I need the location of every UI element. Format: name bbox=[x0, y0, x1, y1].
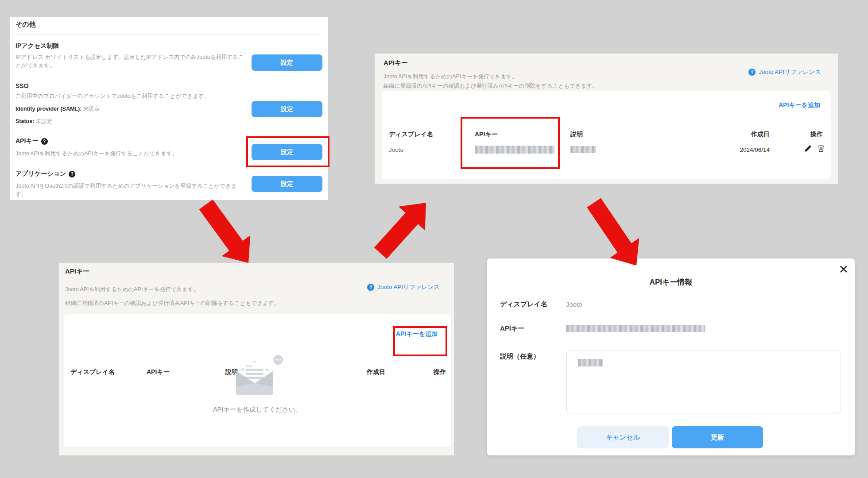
display-name-value: Jooto bbox=[566, 301, 582, 308]
section-desc-ip-restriction: IPアドレス ホワイトリストを設定します。設定したIPアドレス内でのみJooto… bbox=[16, 53, 246, 70]
api-panel-title: APIキー bbox=[384, 59, 408, 67]
question-icon: ? bbox=[367, 284, 374, 291]
description-textarea[interactable] bbox=[566, 351, 841, 413]
divider bbox=[16, 35, 322, 35]
col-header-created: 作成日 bbox=[730, 131, 770, 139]
arrow-up-right bbox=[374, 203, 426, 259]
description-label: 説明（任意） bbox=[500, 352, 540, 361]
section-title-ip-restriction: IPアクセス制限 bbox=[16, 42, 59, 50]
highlight-box-api-key-column bbox=[461, 117, 560, 169]
question-icon: ? bbox=[748, 69, 756, 76]
api-panel-title: APIキー bbox=[65, 267, 89, 276]
sso-status-label: Status: bbox=[16, 118, 34, 124]
api-panel-desc-2: 組織に登録済のAPIキーの確認および発行済みAPIキーの削除をすることもできます… bbox=[384, 81, 598, 90]
api-reference-link-label: Jooto APIリファレンス bbox=[759, 68, 821, 76]
col-header-actions: 操作 bbox=[434, 368, 446, 376]
api-key-info-modal: ✕ APIキー情報 ディスプレイ名 Jooto APIキー 説明（任意） キャン… bbox=[487, 258, 855, 455]
section-desc-application: Jooto APIをOauth2.0の認証で利用するためのアプリケーションを登録… bbox=[16, 182, 246, 199]
sso-status-line: Status: 未設定 bbox=[16, 118, 52, 125]
section-title-application: アプリケーション ? bbox=[16, 170, 75, 178]
row-description-blurred bbox=[570, 146, 596, 153]
api-reference-link-label: Jooto APIリファレンス bbox=[377, 283, 440, 291]
api-panel-desc-1: Jooto APIを利用するためのAPIキーを発行できます。 bbox=[65, 285, 199, 294]
highlight-box-api-key-settings bbox=[246, 136, 329, 167]
application-settings-button[interactable]: 設定 bbox=[252, 176, 322, 192]
help-icon[interactable]: ? bbox=[41, 138, 48, 145]
col-header-display-name: ディスプレイ名 bbox=[70, 368, 115, 376]
empty-state-message: APIキーを作成してください。 bbox=[64, 405, 451, 414]
sso-settings-button[interactable]: 設定 bbox=[252, 101, 322, 117]
col-header-actions: 操作 bbox=[810, 131, 823, 139]
col-header-api-key: APIキー bbox=[147, 368, 170, 376]
close-icon[interactable]: ✕ bbox=[838, 264, 849, 276]
empty-envelope-illustration bbox=[232, 355, 286, 399]
col-header-created: 作成日 bbox=[350, 368, 385, 376]
section-title-sso: SSO bbox=[16, 82, 29, 89]
panel-title: その他 bbox=[16, 20, 36, 29]
api-key-panel-filled: APIキー Jooto APIを利用するためのAPIキーを発行できます。 組織に… bbox=[375, 54, 838, 184]
application-section-label: アプリケーション bbox=[16, 170, 66, 178]
description-value-blurred bbox=[578, 359, 603, 366]
col-header-display-name: ディスプレイ名 bbox=[389, 131, 433, 139]
ip-restriction-settings-button[interactable]: 設定 bbox=[252, 54, 322, 71]
col-header-description: 説明 bbox=[570, 131, 583, 139]
api-key-table-card: APIキーを追加 ディスプレイ名 APIキー 説明 作成日 操作 bbox=[64, 314, 451, 447]
sso-status-value: 未設定 bbox=[36, 118, 53, 124]
cancel-button[interactable]: キャンセル bbox=[577, 426, 669, 448]
sso-idp-label: Identity provider (SAML): bbox=[16, 106, 81, 112]
add-api-key-link[interactable]: APIキーを追加 bbox=[779, 101, 820, 109]
api-key-section-label: APIキー bbox=[16, 137, 39, 145]
row-created-date: 2024/06/14 bbox=[730, 146, 770, 153]
arrow-down-right-2 bbox=[587, 198, 639, 266]
api-key-table-card: APIキーを追加 ディスプレイ名 APIキー 説明 作成日 操作 Jooto 2… bbox=[382, 91, 831, 179]
api-key-value-blurred bbox=[566, 325, 705, 332]
api-reference-link[interactable]: ? Jooto APIリファレンス bbox=[748, 68, 821, 76]
section-desc-api-key: Jooto APIを利用するためのAPIキーを発行することができます。 bbox=[16, 150, 246, 158]
delete-trash-icon[interactable] bbox=[818, 144, 825, 152]
row-display-name: Jooto bbox=[389, 146, 403, 153]
help-icon[interactable]: ? bbox=[69, 171, 75, 177]
edit-pencil-icon[interactable] bbox=[804, 145, 812, 152]
api-key-label: APIキー bbox=[500, 324, 524, 333]
update-button[interactable]: 更新 bbox=[672, 426, 763, 448]
display-name-label: ディスプレイ名 bbox=[500, 300, 547, 308]
modal-title: APIキー情報 bbox=[487, 277, 855, 287]
sso-idp-value: 未設定 bbox=[83, 106, 100, 112]
sso-idp-line: Identity provider (SAML): 未設定 bbox=[16, 105, 100, 113]
api-panel-desc-1: Jooto APIを利用するためのAPIキーを発行できます。 bbox=[384, 72, 517, 81]
highlight-box-add-api-key bbox=[393, 326, 447, 356]
other-settings-panel: その他 IPアクセス制限 IPアドレス ホワイトリストを設定します。設定したIP… bbox=[10, 17, 328, 200]
section-desc-sso: ご利用中のプロバイダーのアカウントでJootoをご利用することができます。 bbox=[16, 92, 246, 100]
arrow-down-right-1 bbox=[199, 200, 251, 263]
api-key-panel-empty: APIキー Jooto APIを利用するためのAPIキーを発行できます。 組織に… bbox=[59, 263, 454, 455]
api-reference-link[interactable]: ? Jooto APIリファレンス bbox=[367, 283, 440, 291]
section-title-api-key: APIキー ? bbox=[16, 137, 48, 145]
api-panel-desc-2: 組織に登録済のAPIキーの確認および発行済みAPIキーの削除をすることもできます… bbox=[65, 299, 279, 308]
